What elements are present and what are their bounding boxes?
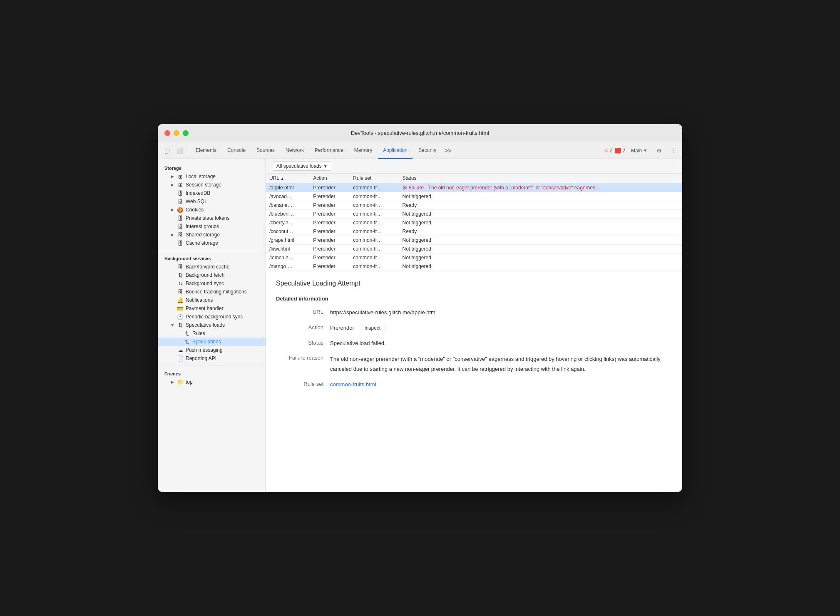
tab-elements[interactable]: Elements — [191, 142, 221, 159]
sidebar-item-reporting-api[interactable]: ▶ 📄 Reporting API — [158, 354, 266, 363]
fetch-icon: ⇅ — [177, 272, 183, 278]
more-options-icon[interactable]: ⋮ — [667, 145, 679, 156]
cell-action: Prerender — [310, 245, 350, 253]
sidebar-item-rules[interactable]: ▶ ⇅ Rules — [158, 329, 266, 338]
sidebar-item-speculative-loads[interactable]: ▶ ⇅ Speculative loads — [158, 321, 266, 329]
maximize-button[interactable] — [183, 130, 189, 136]
url-value: https://speculative-rules.glitch.me/appl… — [330, 308, 672, 317]
cell-ruleset: common-fr… — [350, 201, 399, 210]
action-text: Prerender — [330, 325, 354, 331]
cell-ruleset: common-fr… — [350, 253, 399, 262]
table-row[interactable]: /blueberr…Prerendercommon-fr…Not trigger… — [266, 210, 682, 219]
folder-icon: 📁 — [177, 379, 183, 385]
close-button[interactable] — [164, 130, 170, 136]
tab-memory[interactable]: Memory — [349, 142, 377, 159]
table-row[interactable]: /coconut…Prerendercommon-fr…Ready — [266, 227, 682, 236]
sidebar-item-speculations[interactable]: ▶ ⇅ Speculations — [158, 338, 266, 346]
sidebar-item-websql[interactable]: ▶ 🗄 Web SQL — [158, 197, 266, 206]
filter-dropdown[interactable]: All speculative loads ▼ — [273, 161, 331, 171]
cell-status: Ready — [399, 227, 682, 236]
sidebar-item-notifications[interactable]: ▶ 🔔 Notifications — [158, 296, 266, 304]
table-row[interactable]: /lemon.h…Prerendercommon-fr…Not triggere… — [266, 253, 682, 262]
failure-label: Failure reason — [276, 354, 330, 374]
speculative-icon: ⇅ — [177, 322, 183, 328]
cell-url: /kiwi.html — [266, 245, 310, 253]
col-ruleset[interactable]: Rule set — [350, 174, 399, 183]
cell-status: ⊗Failure - The old non-eager prerender (… — [399, 183, 682, 192]
sidebar-item-top[interactable]: ▶ 📁 top — [158, 378, 266, 386]
sidebar-item-label: top — [186, 379, 193, 385]
cylinder-icon: 🗄 — [177, 240, 183, 246]
sidebar-item-interest-groups[interactable]: ▶ 🗄 Interest groups — [158, 222, 266, 231]
main-dropdown[interactable]: Main ▼ — [628, 142, 651, 159]
cell-ruleset: common-fr… — [350, 183, 399, 192]
sidebar-item-label: Shared storage — [186, 232, 220, 238]
background-section-header: Background services — [158, 253, 266, 263]
sidebar-item-label: Cache storage — [186, 240, 218, 246]
col-action[interactable]: Action — [310, 174, 350, 183]
device-icon[interactable]: ⬜ — [174, 145, 185, 156]
sidebar-item-back-forward[interactable]: ▶ 🗄 Back/forward cache — [158, 263, 266, 271]
col-url[interactable]: URL — [266, 174, 310, 183]
cell-status: Not triggered — [399, 262, 682, 271]
tab-network[interactable]: Network — [281, 142, 309, 159]
warning-icon: ⚠ — [604, 148, 609, 154]
table-row[interactable]: /grape.htmlPrerendercommon-fr…Not trigge… — [266, 236, 682, 245]
cell-ruleset: common-fr… — [350, 219, 399, 227]
tab-application[interactable]: Application — [378, 142, 413, 159]
cell-action: Prerender — [310, 219, 350, 227]
col-status[interactable]: Status — [399, 174, 682, 183]
sidebar-item-label: Bounce tracking mitigations — [186, 289, 247, 295]
failure-text: The old non-eager prerender (with a "mod… — [330, 354, 672, 374]
sidebar-item-shared-storage[interactable]: ▶ 🗄 Shared storage — [158, 231, 266, 239]
sidebar-item-push-messaging[interactable]: ▶ ☁ Push messaging — [158, 346, 266, 354]
sidebar-item-label: Speculative loads — [186, 322, 225, 328]
sidebar-item-local-storage[interactable]: ▶ ⊞ Local storage — [158, 172, 266, 181]
settings-icon[interactable]: ⚙ — [653, 145, 665, 156]
warning-badge[interactable]: ⚠ 2 — [604, 148, 613, 154]
sidebar-item-private-state[interactable]: ▶ 🗄 Private state tokens — [158, 214, 266, 222]
cell-url: /grape.html — [266, 236, 310, 245]
ruleset-link[interactable]: common-fruits.html — [330, 381, 376, 387]
table-row[interactable]: /kiwi.htmlPrerendercommon-fr…Not trigger… — [266, 245, 682, 253]
sidebar-item-session-storage[interactable]: ▶ ⊞ Session storage — [158, 181, 266, 189]
sidebar-item-indexeddb[interactable]: ▶ 🗄 IndexedDB — [158, 189, 266, 197]
sidebar-item-cookies[interactable]: ▶ 🍪 Cookies — [158, 206, 266, 214]
cursor-icon[interactable]: ⬚ — [161, 145, 173, 156]
sidebar-item-background-sync[interactable]: ▶ ↻ Background sync — [158, 279, 266, 288]
content-toolbar: All speculative loads ▼ — [266, 159, 682, 174]
cell-status: Not triggered — [399, 192, 682, 201]
sidebar-item-payment-handler[interactable]: ▶ 💳 Payment handler — [158, 304, 266, 313]
bell-icon: 🔔 — [177, 297, 183, 303]
more-tabs-button[interactable]: >> — [442, 145, 454, 156]
speculations-icon: ⇅ — [184, 339, 190, 345]
table-row[interactable]: /cherry.h…Prerendercommon-fr…Not trigger… — [266, 219, 682, 227]
chevron-right-icon: ▶ — [171, 174, 174, 179]
grid-icon: ⊞ — [177, 174, 183, 179]
table-row[interactable]: /banana….Prerendercommon-fr…Ready — [266, 201, 682, 210]
sidebar-item-cache-storage[interactable]: ▶ 🗄 Cache storage — [158, 239, 266, 247]
tab-console[interactable]: Console — [222, 142, 251, 159]
tab-performance[interactable]: Performance — [310, 142, 348, 159]
chevron-down-icon: ▶ — [171, 324, 175, 327]
detail-panel: Speculative Loading Attempt Detailed inf… — [266, 271, 682, 492]
minimize-button[interactable] — [174, 130, 179, 136]
chevron-right-icon: ▶ — [171, 208, 174, 212]
tab-sources[interactable]: Sources — [251, 142, 280, 159]
sidebar-item-bounce-tracking[interactable]: ▶ 🗄 Bounce tracking mitigations — [158, 288, 266, 296]
table-row[interactable]: /mango….Prerendercommon-fr…Not triggered — [266, 262, 682, 271]
warning-count: 2 — [610, 148, 613, 154]
inspect-button[interactable]: Inspect — [360, 324, 385, 332]
sidebar-item-background-fetch[interactable]: ▶ ⇅ Background fetch — [158, 271, 266, 279]
error-badge[interactable]: 🟥 2 — [615, 148, 625, 154]
sidebar-item-label: Payment handler — [186, 306, 224, 311]
table-row[interactable]: /apple.htmlPrerendercommon-fr…⊗Failure -… — [266, 183, 682, 192]
table-row[interactable]: /avocad…Prerendercommon-fr…Not triggered — [266, 192, 682, 201]
sidebar-item-periodic-sync[interactable]: ▶ 🕐 Periodic background sync — [158, 313, 266, 321]
main-chevron-icon: ▼ — [643, 148, 647, 153]
cell-action: Prerender — [310, 253, 350, 262]
cell-ruleset: common-fr… — [350, 192, 399, 201]
tab-security[interactable]: Security — [413, 142, 441, 159]
window-title: DevTools - speculative-rules.glitch.me/c… — [351, 130, 489, 136]
cell-url: /blueberr… — [266, 210, 310, 219]
